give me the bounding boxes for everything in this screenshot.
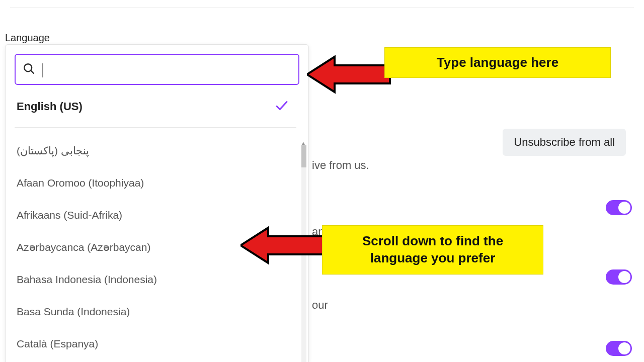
check-icon [274, 98, 289, 115]
toggle-3[interactable] [606, 341, 632, 356]
annotation-arrow-top [307, 54, 392, 95]
search-icon [23, 62, 36, 76]
callout-type-language: Type language here [384, 47, 611, 78]
svg-point-0 [24, 64, 32, 71]
toggle-1[interactable] [606, 200, 632, 215]
callout-scroll-language: Scroll down to find the language you pre… [322, 225, 543, 275]
divider-line [10, 7, 634, 8]
svg-line-1 [31, 70, 34, 73]
scroll-up-arrow-icon[interactable]: ▲ [301, 140, 307, 145]
annotation-arrow-bottom [240, 225, 326, 265]
language-option[interactable]: Bahasa Indonesia (Indonesia) [17, 263, 301, 296]
language-option[interactable]: Afaan Oromoo (Itoophiyaa) [17, 167, 301, 199]
language-option[interactable]: پنجابی (پاکستان) [17, 135, 301, 167]
language-search-field[interactable]: | [15, 54, 299, 85]
language-option[interactable]: Català (Espanya) [17, 328, 301, 360]
text-cursor: | [41, 61, 45, 78]
bg-text-fragment-1: ive from us. [312, 159, 369, 172]
language-section-label: Language [5, 32, 50, 44]
selected-language-row[interactable]: English (US) [15, 85, 296, 128]
unsubscribe-all-button[interactable]: Unsubscribe from all [503, 129, 626, 156]
language-dropdown-panel: | English (US) پنجابی (پاکستان) Afaan Or… [5, 44, 309, 362]
svg-marker-2 [307, 57, 390, 92]
scrollbar-thumb[interactable] [301, 145, 306, 167]
svg-marker-3 [240, 228, 324, 263]
bg-text-fragment-3: our [312, 299, 328, 312]
selected-language-label: English (US) [17, 100, 83, 113]
language-search-input[interactable] [45, 61, 291, 77]
language-option[interactable]: Basa Sunda (Indonesia) [17, 296, 301, 328]
toggle-2[interactable] [606, 269, 632, 285]
